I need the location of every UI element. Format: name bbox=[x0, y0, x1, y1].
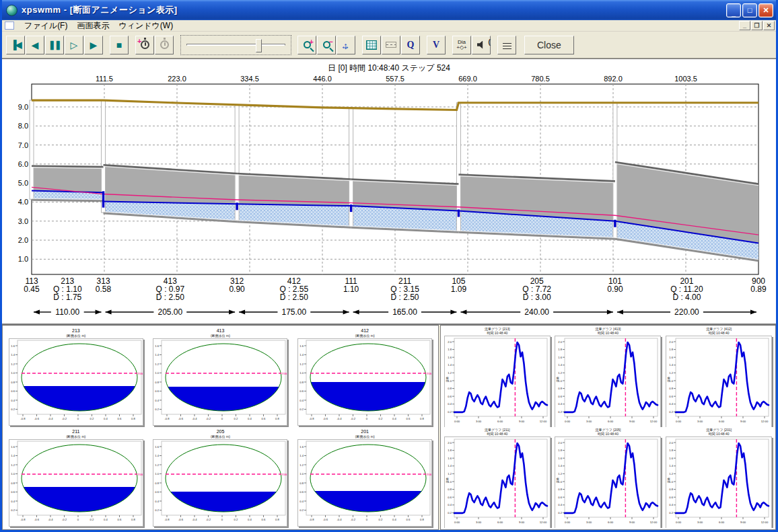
pan-button[interactable]: ↔↕ bbox=[337, 36, 355, 54]
mdi-close-button[interactable]: ✕ bbox=[763, 21, 775, 30]
close-animation-button[interactable]: Close bbox=[524, 36, 574, 54]
minimize-button[interactable]: _ bbox=[726, 3, 741, 17]
svg-text:1.6: 1.6 bbox=[669, 457, 673, 460]
svg-text:0.6: 0.6 bbox=[117, 417, 121, 420]
svg-text:0.4: 0.4 bbox=[559, 503, 563, 506]
svg-text:1.2: 1.2 bbox=[299, 363, 304, 366]
svg-text:1.6: 1.6 bbox=[155, 344, 160, 348]
menu-file[interactable]: ファイル(F) bbox=[20, 20, 72, 32]
svg-text:0.2: 0.2 bbox=[559, 410, 563, 414]
hydrograph-subtitle: 時間 10:48:40 bbox=[598, 432, 618, 436]
svg-text:0.6: 0.6 bbox=[155, 490, 160, 494]
node-label-101: 1010.90 bbox=[607, 276, 623, 294]
svg-text:175.00: 175.00 bbox=[282, 307, 307, 317]
svg-text:0.6: 0.6 bbox=[406, 417, 411, 420]
svg-text:0.2: 0.2 bbox=[379, 417, 383, 420]
svg-text:0.6: 0.6 bbox=[448, 395, 452, 398]
svg-text:0.8: 0.8 bbox=[155, 381, 160, 384]
svg-text:0.2: 0.2 bbox=[155, 408, 160, 411]
zoom-in-button[interactable]: + bbox=[297, 36, 316, 54]
grid-toggle-button[interactable] bbox=[362, 36, 381, 54]
node-label-105: 1051.09 bbox=[451, 276, 467, 294]
svg-text:0:00: 0:00 bbox=[565, 420, 571, 423]
step-first-button[interactable]: ▐◀ bbox=[6, 36, 25, 54]
diameter-button[interactable]: Dia+◇+ bbox=[452, 36, 471, 54]
menu-window[interactable]: ウィンドウ(W) bbox=[114, 20, 178, 32]
hydrograph-chart-213: 流量グラフ [213]時間 10:48:402.01.81.61.41.21.0… bbox=[442, 327, 553, 427]
menu-view[interactable]: 画面表示 bbox=[72, 20, 114, 32]
node-label-313: 3130.58 bbox=[96, 276, 112, 294]
maximize-button[interactable]: □ bbox=[742, 3, 757, 17]
svg-text:-0.4: -0.4 bbox=[48, 518, 53, 521]
zoom-out-button[interactable]: − bbox=[317, 36, 336, 54]
diameter-icon: Dia+◇+ bbox=[456, 40, 467, 50]
close-icon: ✕ bbox=[763, 6, 769, 15]
play-button[interactable]: ▶ bbox=[84, 36, 103, 54]
svg-text:0.6: 0.6 bbox=[559, 395, 563, 398]
section-chart-subtitle: (断面水位 m) bbox=[211, 334, 230, 338]
svg-text:0:00: 0:00 bbox=[676, 521, 682, 524]
svg-text:220.00: 220.00 bbox=[674, 307, 699, 317]
svg-text:0.4: 0.4 bbox=[104, 518, 108, 521]
svg-text:0.90: 0.90 bbox=[607, 284, 623, 294]
svg-text:2.0: 2.0 bbox=[448, 340, 452, 344]
svg-text:0.6: 0.6 bbox=[299, 490, 304, 494]
svg-text:1.4: 1.4 bbox=[669, 464, 673, 467]
stop-button[interactable]: ■ bbox=[110, 36, 129, 54]
distance-arrow-201: 220.00 bbox=[617, 307, 756, 317]
svg-text:max: max bbox=[138, 472, 143, 476]
svg-text:-0.8: -0.8 bbox=[20, 417, 26, 420]
svg-text:1.2: 1.2 bbox=[669, 472, 673, 476]
speaker-icon bbox=[477, 41, 485, 49]
svg-text:1.10: 1.10 bbox=[343, 284, 359, 294]
svg-text:0.8: 0.8 bbox=[276, 417, 280, 420]
velocity-labels-button[interactable]: V bbox=[427, 36, 446, 54]
sound-button[interactable]: (( bbox=[472, 36, 491, 54]
svg-text:0.8: 0.8 bbox=[155, 482, 160, 485]
pause-button[interactable]: ❚❚ bbox=[45, 36, 64, 54]
svg-text:0.8: 0.8 bbox=[448, 387, 452, 390]
distance-arrow-413: 205.00 bbox=[106, 307, 236, 317]
conduit-label-211: 211Q : 3.15D : 2.50 bbox=[390, 276, 419, 302]
svg-text:0.2: 0.2 bbox=[155, 508, 160, 512]
step-forward-button[interactable]: ▷ bbox=[65, 36, 83, 54]
svg-text:D : 2.50: D : 2.50 bbox=[280, 293, 308, 302]
svg-text:165.00: 165.00 bbox=[392, 307, 417, 317]
timer-add-button[interactable]: + bbox=[135, 36, 154, 54]
svg-text:1.4: 1.4 bbox=[448, 464, 452, 467]
svg-text:D : 2.50: D : 2.50 bbox=[391, 293, 419, 302]
hydrograph-subtitle: 時間 10:48:40 bbox=[598, 331, 618, 335]
svg-text:-0.4: -0.4 bbox=[337, 417, 343, 420]
dashed-line-toggle-button[interactable] bbox=[382, 36, 400, 54]
svg-text:3.0: 3.0 bbox=[18, 217, 28, 225]
flow-labels-button[interactable]: Q bbox=[401, 36, 420, 54]
svg-text:0: 0 bbox=[77, 518, 79, 521]
legend-list-button[interactable] bbox=[497, 36, 516, 54]
svg-text:780.5: 780.5 bbox=[531, 75, 550, 83]
step-back-button[interactable]: ◀ bbox=[26, 36, 44, 54]
svg-text:0.8: 0.8 bbox=[669, 387, 673, 390]
timer-button[interactable] bbox=[155, 36, 174, 54]
svg-text:1.6: 1.6 bbox=[11, 344, 15, 348]
svg-text:1.4: 1.4 bbox=[11, 353, 15, 356]
hydrograph-plot: 2.01.81.61.41.21.00.80.60.40.2流量0:003:00… bbox=[666, 436, 772, 528]
close-window-button[interactable]: ✕ bbox=[758, 3, 773, 17]
svg-text:0:00: 0:00 bbox=[454, 521, 460, 524]
section-chart-title: 205 bbox=[217, 429, 225, 434]
svg-text:-0.4: -0.4 bbox=[48, 417, 53, 420]
svg-text:9:00: 9:00 bbox=[740, 420, 746, 423]
mdi-minimize-button[interactable]: _ bbox=[739, 21, 750, 30]
conduit-label-213: 213Q : 1.10D : 1.75 bbox=[53, 276, 82, 302]
speed-slider[interactable] bbox=[180, 35, 291, 55]
section-chart-title: 213 bbox=[72, 328, 80, 334]
mdi-restore-button[interactable]: ❐ bbox=[751, 21, 763, 30]
svg-text:-0.8: -0.8 bbox=[310, 518, 315, 521]
svg-text:1.4: 1.4 bbox=[155, 454, 160, 457]
svg-text:8.0: 8.0 bbox=[18, 122, 28, 130]
svg-text:0.8: 0.8 bbox=[448, 488, 452, 491]
svg-text:0.4: 0.4 bbox=[299, 399, 304, 402]
slider-track[interactable] bbox=[186, 44, 285, 46]
mdi-document-icon[interactable] bbox=[5, 22, 14, 30]
svg-text:0.2: 0.2 bbox=[669, 410, 673, 414]
slider-thumb[interactable] bbox=[256, 39, 262, 52]
